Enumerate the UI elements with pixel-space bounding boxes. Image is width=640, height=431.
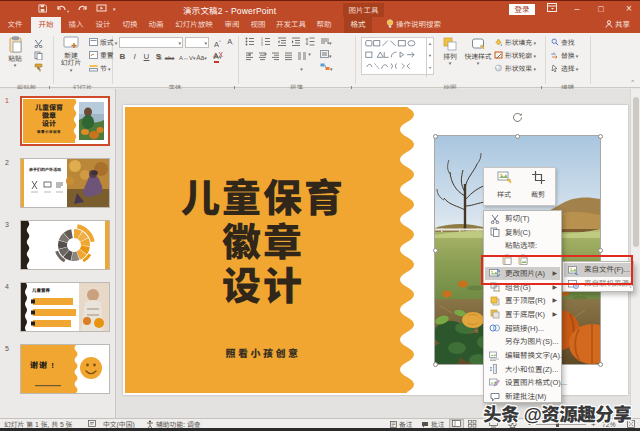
shapes-gallery-scroll[interactable]: ▲▼▾ xyxy=(426,38,433,77)
decrease-indent-icon[interactable] xyxy=(276,37,287,47)
shapes-gallery[interactable]: ▲▼▾ xyxy=(361,37,434,75)
menu-item-paste-options[interactable] xyxy=(485,253,560,267)
menu-item-置于顶层[interactable]: 置于顶层(R)▶ xyxy=(485,294,560,308)
new-slide-button[interactable]: 新建幻灯片▾ xyxy=(56,36,86,74)
menu-item-超链接[interactable]: 超链接(H)... xyxy=(485,322,560,336)
grow-font-icon[interactable]: A^ xyxy=(211,37,224,47)
font-size-combo[interactable]: ▾ xyxy=(185,37,209,48)
strikethrough-icon[interactable]: abc xyxy=(164,53,175,63)
change-case-icon[interactable]: Aa▾ xyxy=(196,53,207,63)
resize-handle-sw[interactable] xyxy=(433,362,438,367)
minimize-button[interactable]: – xyxy=(566,1,588,18)
text-shadow-icon[interactable]: S xyxy=(153,52,164,62)
tell-me-search[interactable]: 操作说明搜索 xyxy=(386,18,441,32)
align-center-icon[interactable] xyxy=(257,52,268,62)
slide-thumbnail-3[interactable]: 不同年龄的儿童保育需求 xyxy=(20,220,110,270)
submenu-item-2[interactable]: 来自联机来源(E)... xyxy=(564,277,632,291)
increase-indent-icon[interactable] xyxy=(290,37,301,47)
resize-handle-se[interactable] xyxy=(598,362,603,367)
character-spacing-icon[interactable]: A↔V▾ xyxy=(179,53,190,63)
ribbon-tab-1[interactable]: 文件 xyxy=(2,17,28,33)
align-left-icon[interactable] xyxy=(244,52,255,62)
start-slideshow-icon[interactable] xyxy=(96,4,107,15)
reset-button[interactable]: 重置 xyxy=(89,51,113,61)
menu-item-复制[interactable]: 复制(C) xyxy=(485,226,560,240)
close-button[interactable]: × xyxy=(618,1,640,18)
replace-button[interactable]: ab 替换 ▾ xyxy=(551,51,578,61)
resize-handle-w[interactable] xyxy=(433,248,438,253)
italic-icon[interactable]: I xyxy=(129,52,140,62)
bold-icon[interactable]: B xyxy=(117,52,128,62)
align-text-button[interactable]: ▾ xyxy=(320,50,332,60)
ribbon-tab-6[interactable]: 动画 xyxy=(143,17,169,33)
undo-icon[interactable]: ▾ xyxy=(56,4,69,15)
rotate-handle-icon[interactable] xyxy=(512,112,523,125)
slide-thumbnail-1[interactable]: 儿童保育 徽章 设计 照看小孩创意 xyxy=(20,96,110,146)
menu-item-另存为图片[interactable]: 另存为图片(S)... xyxy=(485,335,560,349)
ribbon-tab-2[interactable]: 开始 xyxy=(31,17,61,33)
menu-item-剪切[interactable]: 剪切(T) xyxy=(485,212,560,226)
menu-item-大小和位置[interactable]: 大小和位置(Z)... xyxy=(485,363,560,377)
arrange-button[interactable]: 排列▾ xyxy=(437,37,463,68)
convert-smartart-button[interactable]: ▾ xyxy=(320,63,333,73)
resize-handle-e[interactable] xyxy=(598,248,603,253)
resize-handle-n[interactable] xyxy=(515,134,520,139)
menu-item-组合[interactable]: 组合(G)▶ xyxy=(485,281,560,295)
line-spacing-icon[interactable]: ▾ xyxy=(304,37,315,47)
share-button[interactable]: 共享 xyxy=(605,18,630,32)
ribbon-display-options-icon[interactable] xyxy=(541,1,563,18)
resize-handle-nw[interactable] xyxy=(433,134,438,139)
ribbon-tab-12[interactable]: 格式 xyxy=(344,17,372,33)
ribbon-tab-3[interactable]: 插入 xyxy=(63,17,89,33)
cut-icon[interactable] xyxy=(33,39,44,49)
font-name-combo[interactable]: ▾ xyxy=(119,37,183,48)
paste-button[interactable]: 粘贴▾ xyxy=(2,36,28,70)
menu-item-更改图片[interactable]: 更改图片(A)▶ xyxy=(485,267,560,281)
font-color-icon[interactable]: A▾ xyxy=(212,52,223,62)
shape-outline-button[interactable]: 形状轮廓 ▾ xyxy=(494,51,536,61)
quick-styles-button[interactable]: 快速样式▾ xyxy=(463,37,493,68)
shape-effects-button[interactable]: 形状效果 ▾ xyxy=(494,64,536,74)
slide-thumbnail-5[interactable]: 谢谢 ! xyxy=(20,344,110,394)
menu-item-编辑替换文字[interactable]: 编辑替换文字(A)... xyxy=(485,349,560,363)
text-direction-button[interactable]: ▾ xyxy=(320,37,332,47)
vertical-scrollbar[interactable] xyxy=(630,89,640,418)
scrollbar-thumb[interactable] xyxy=(633,97,639,247)
menu-item-设置图片格式[interactable]: 设置图片格式(O)... xyxy=(485,376,560,390)
menu-item-置于底层[interactable]: 置于底层(K)▶ xyxy=(485,308,560,322)
customize-qat-icon[interactable]: ▾ xyxy=(113,4,116,15)
submenu-item-1[interactable]: 来自文件(F)... xyxy=(564,263,632,277)
numbering-icon[interactable]: 123▾ xyxy=(260,37,271,47)
ribbon-tab-7[interactable]: 幻灯片放映 xyxy=(170,17,218,33)
justify-icon[interactable] xyxy=(283,52,294,62)
collapse-ribbon-icon[interactable]: ^ xyxy=(631,79,634,85)
copy-icon[interactable]: ▾ xyxy=(33,51,44,61)
ribbon-tab-5[interactable]: 切换 xyxy=(117,17,143,33)
crop-button[interactable]: 裁剪 xyxy=(523,171,553,203)
maximize-button[interactable]: □ xyxy=(590,1,612,18)
ribbon-tab-4[interactable]: 设计 xyxy=(90,17,116,33)
ribbon-tab-10[interactable]: 开发工具 xyxy=(272,17,310,33)
slide-title[interactable]: 儿童保育 徽章 设计 xyxy=(141,173,385,305)
ribbon-tab-8[interactable]: 审阅 xyxy=(219,17,245,33)
picture-styles-button[interactable]: 样式 xyxy=(489,171,519,203)
save-icon[interactable] xyxy=(38,4,47,15)
ribbon-tab-11[interactable]: 帮助 xyxy=(311,17,337,33)
ribbon-tab-9[interactable]: 视图 xyxy=(245,17,271,33)
format-painter-icon[interactable] xyxy=(33,63,44,73)
underline-icon[interactable]: U xyxy=(141,52,152,62)
shrink-font-icon[interactable]: Aˇ xyxy=(224,37,237,47)
redo-icon[interactable] xyxy=(77,4,88,15)
resize-handle-ne[interactable] xyxy=(598,134,603,139)
find-button[interactable]: 查找 xyxy=(551,38,574,48)
slide-thumbnail-4[interactable]: 儿童营养 xyxy=(20,282,110,332)
shape-fill-button[interactable]: 形状填充 ▾ xyxy=(494,38,536,48)
bullets-icon[interactable]: ▾ xyxy=(244,37,255,47)
sign-in-button[interactable]: 登录 xyxy=(509,4,535,15)
columns-icon[interactable]: ▾ xyxy=(296,52,307,62)
select-button[interactable]: 选择 ▾ xyxy=(551,64,578,74)
section-button[interactable]: 节 ▾ xyxy=(89,64,111,74)
align-right-icon[interactable] xyxy=(270,52,281,62)
slide-thumbnail-2[interactable]: 亲子们的户外活动 xyxy=(20,158,110,208)
slide-subtitle[interactable]: 照看小孩创意 xyxy=(141,345,385,360)
